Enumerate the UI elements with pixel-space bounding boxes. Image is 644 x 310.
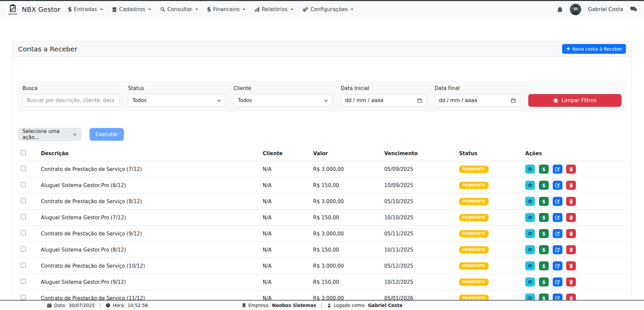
- receive-payment-button[interactable]: $: [539, 229, 549, 238]
- delete-button[interactable]: [566, 261, 576, 270]
- table-row: Contrato de Prestação de Serviço (10/12)…: [18, 258, 626, 274]
- edit-button[interactable]: [553, 213, 562, 222]
- view-button[interactable]: [525, 277, 535, 286]
- main-menu: $ Entradas Cadastros Consultar $ Finance…: [68, 6, 353, 12]
- person-icon: [327, 303, 332, 308]
- executar-button[interactable]: Executar: [90, 128, 124, 141]
- row-checkbox[interactable]: [21, 247, 26, 252]
- contas-a-receber-card: Contas a Receber + Nova conta à Receber …: [12, 41, 632, 309]
- footer-data-value: 30/07/2025: [69, 303, 95, 308]
- cell-vencimento: 10/10/2025: [382, 210, 456, 226]
- status-badge: PENDENTE: [459, 198, 489, 205]
- select-all-checkbox[interactable]: [21, 150, 26, 155]
- menu-item-entradas[interactable]: $ Entradas: [68, 6, 103, 12]
- row-checkbox[interactable]: [21, 279, 26, 284]
- delete-button[interactable]: [566, 277, 576, 286]
- view-button[interactable]: [525, 213, 535, 222]
- row-checkbox[interactable]: [21, 263, 26, 268]
- view-button[interactable]: [525, 245, 535, 254]
- receive-payment-button[interactable]: $: [539, 197, 549, 206]
- receive-payment-button[interactable]: $: [539, 213, 549, 222]
- view-button[interactable]: [525, 197, 535, 206]
- cell-status: PENDENTE: [456, 177, 523, 193]
- menu-item-cadastros[interactable]: Cadastros: [112, 6, 151, 12]
- data-final-input[interactable]: dd / mm / aaaa: [435, 94, 520, 107]
- receive-payment-button[interactable]: $: [539, 277, 549, 286]
- user-name[interactable]: Gabriel Costa: [588, 6, 623, 12]
- eye-icon: [527, 263, 533, 268]
- trash-icon: [569, 167, 574, 172]
- cell-vencimento: 05/10/2025: [382, 193, 456, 210]
- row-checkbox[interactable]: [21, 198, 26, 203]
- cell-acoes: $: [523, 161, 626, 177]
- cell-descricao: Contrato de Prestação de Serviço (7/12): [38, 161, 260, 177]
- delete-button[interactable]: [566, 245, 576, 254]
- row-checkbox[interactable]: [21, 166, 26, 171]
- nova-conta-button[interactable]: + Nova conta à Receber: [562, 44, 626, 54]
- cell-acoes: $: [523, 193, 626, 210]
- status-badge: PENDENTE: [459, 246, 489, 254]
- receive-payment-button[interactable]: $: [539, 261, 549, 270]
- cell-descricao: Contrato de Prestação de Serviço (9/12): [38, 226, 260, 242]
- calendar-icon[interactable]: [511, 98, 516, 103]
- limpar-filtros-button[interactable]: Limpar Filtros: [528, 94, 622, 107]
- chevron-down-icon: [351, 9, 353, 10]
- filter-data-inicial: Data Inicial dd / mm / aaaa: [341, 85, 426, 107]
- pencil-square-icon: [555, 279, 560, 284]
- edit-button[interactable]: [553, 229, 562, 238]
- footer-datetime: Data: 30/07/2025 | Hora: 10:52:58: [47, 303, 148, 308]
- edit-button[interactable]: [553, 277, 562, 286]
- receive-payment-button[interactable]: $: [539, 245, 549, 254]
- row-checkbox[interactable]: [21, 182, 26, 187]
- delete-button[interactable]: [566, 165, 576, 174]
- edit-button[interactable]: [553, 197, 562, 206]
- chevron-down-icon: [195, 9, 198, 10]
- data-inicial-input[interactable]: dd / mm / aaaa: [341, 94, 426, 107]
- delete-button[interactable]: [566, 197, 576, 206]
- dollar-icon: $: [542, 167, 546, 172]
- chat-icon[interactable]: [630, 6, 637, 13]
- view-button[interactable]: [525, 261, 535, 270]
- status-badge: PENDENTE: [459, 182, 489, 189]
- menu-item-relatorios[interactable]: Relatórios: [254, 6, 293, 12]
- edit-button[interactable]: [553, 261, 562, 270]
- busca-label: Busca: [22, 85, 120, 91]
- eye-icon: [527, 183, 533, 188]
- view-button[interactable]: [525, 165, 535, 174]
- app-logo-icon: NBX GESTOR: [7, 2, 19, 17]
- edit-button[interactable]: [553, 181, 562, 190]
- status-select[interactable]: Todos: [128, 94, 225, 107]
- row-checkbox[interactable]: [21, 214, 26, 219]
- busca-input[interactable]: [22, 94, 120, 107]
- menu-item-configuracoes[interactable]: Configurações: [302, 6, 353, 12]
- bulk-action-select[interactable]: Selecione uma ação...: [18, 128, 81, 141]
- bell-icon[interactable]: [557, 6, 563, 13]
- row-checkbox[interactable]: [21, 230, 26, 235]
- brand[interactable]: NBX GESTOR NBX Gestor: [7, 2, 68, 17]
- menu-item-consultar[interactable]: Consultar: [160, 6, 198, 12]
- row-checkbox[interactable]: [21, 295, 26, 300]
- footer-separator: |: [100, 303, 101, 308]
- delete-button[interactable]: [566, 213, 576, 222]
- view-button[interactable]: [525, 229, 535, 238]
- cell-valor: R$ 150,00: [310, 210, 382, 226]
- cell-descricao: Contrato de Prestação de Serviço (8/12): [38, 193, 260, 210]
- user-avatar[interactable]: [570, 4, 581, 15]
- receive-payment-button[interactable]: $: [539, 181, 549, 190]
- cell-cliente: N/A: [260, 177, 310, 193]
- receive-payment-button[interactable]: $: [539, 165, 549, 174]
- cell-vencimento: 05/11/2025: [382, 226, 456, 242]
- dollar-icon: $: [542, 279, 546, 285]
- eraser-icon: [553, 98, 558, 103]
- menu-item-financeiro[interactable]: $ Financeiro: [207, 6, 245, 12]
- top-navbar: NBX GESTOR NBX Gestor $ Entradas Cadastr…: [0, 1, 644, 18]
- delete-button[interactable]: [566, 229, 576, 238]
- view-button[interactable]: [525, 181, 535, 190]
- edit-button[interactable]: [553, 245, 562, 254]
- trash-icon: [569, 279, 574, 284]
- status-badge: PENDENTE: [459, 230, 489, 237]
- cliente-select[interactable]: Todos: [234, 94, 333, 107]
- edit-button[interactable]: [553, 165, 562, 174]
- calendar-icon[interactable]: [417, 98, 422, 103]
- delete-button[interactable]: [566, 181, 576, 190]
